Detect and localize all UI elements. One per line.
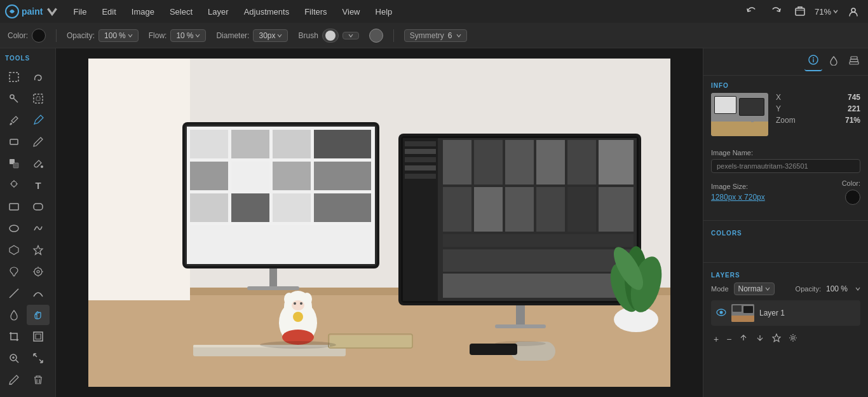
brush-preview[interactable] <box>369 29 383 43</box>
app-logo[interactable]: paint <box>5 4 59 18</box>
app-name: paint <box>22 6 43 17</box>
star-tool[interactable] <box>27 240 50 260</box>
lasso-poly-tool[interactable] <box>27 88 50 109</box>
pencil-tool[interactable] <box>27 132 50 152</box>
svg-rect-49 <box>273 162 311 190</box>
redo-button[interactable] <box>766 3 785 20</box>
x-label: X <box>776 93 781 102</box>
svg-rect-65 <box>405 165 436 171</box>
image-name-input[interactable] <box>711 159 860 173</box>
color-swatch[interactable] <box>32 29 46 43</box>
paintbucket-tool[interactable] <box>27 153 50 174</box>
freeform-tool[interactable] <box>27 218 50 239</box>
text-tool[interactable]: T <box>27 175 50 195</box>
drop-tool[interactable] <box>3 305 25 325</box>
zoom-value: 71% <box>815 7 831 17</box>
pen2-tool[interactable] <box>3 370 25 390</box>
menu-image[interactable]: Image <box>125 4 161 19</box>
svg-rect-51 <box>190 193 228 222</box>
polygon-tool[interactable] <box>3 240 25 260</box>
trash-tool[interactable] <box>27 370 50 390</box>
flow-value-btn[interactable]: 10 % <box>170 29 206 42</box>
menu-select[interactable]: Select <box>163 4 199 19</box>
move-up-button[interactable] <box>736 332 750 345</box>
y-value: 221 <box>848 104 860 113</box>
menubar: paint File Edit Image Select Layer Adjus… <box>0 0 868 23</box>
fill-tool[interactable] <box>3 153 25 174</box>
svg-marker-20 <box>10 246 18 254</box>
open-button[interactable] <box>790 3 810 20</box>
undo-button[interactable] <box>742 3 761 20</box>
water-tab[interactable] <box>825 53 843 71</box>
color-swatch-info[interactable] <box>845 190 860 205</box>
svg-rect-43 <box>190 130 228 158</box>
svg-rect-63 <box>405 149 436 154</box>
layers-section: Mode Normal Opacity: 100 % <box>703 282 868 356</box>
profile-button[interactable] <box>844 3 863 20</box>
crop-tool[interactable] <box>3 326 25 347</box>
canvas-area[interactable] <box>56 48 703 397</box>
flow-unit: % <box>187 31 194 40</box>
svg-rect-82 <box>443 274 634 298</box>
layers-tab[interactable] <box>845 53 863 71</box>
flow-group: Flow: 10 % <box>149 29 207 42</box>
line-tool[interactable] <box>3 283 25 303</box>
frame-tool[interactable] <box>27 326 50 347</box>
eraser-tool[interactable] <box>3 132 25 152</box>
menu-layer[interactable]: Layer <box>201 4 235 19</box>
settings-layer-button[interactable] <box>786 332 800 345</box>
opacity-value-btn[interactable]: 100 % <box>98 29 139 42</box>
svg-rect-79 <box>599 187 634 232</box>
zoom-tool[interactable] <box>3 348 25 368</box>
mode-select[interactable]: Normal <box>734 282 775 295</box>
divider-colors <box>703 220 868 221</box>
svg-rect-57 <box>247 286 299 290</box>
clone-stamp-tool[interactable] <box>3 175 25 195</box>
opacity-label: Opacity: <box>67 31 95 40</box>
image-name-label: Image Name: <box>711 149 860 173</box>
custom-shape-tool[interactable] <box>3 261 25 282</box>
info-thumbnail <box>711 93 768 136</box>
brush-options-btn[interactable] <box>342 32 359 39</box>
remove-layer-button[interactable]: − <box>724 332 734 345</box>
menu-edit[interactable]: Edit <box>95 4 122 19</box>
image-size-value[interactable]: 1280px x 720px <box>711 193 765 202</box>
magic-wand-tool[interactable] <box>3 88 25 109</box>
marquee-rect-tool[interactable] <box>3 67 25 87</box>
size-color-row: Image Size: 1280px x 720px Color: <box>711 179 860 205</box>
svg-rect-30 <box>36 334 41 339</box>
curve-tool[interactable] <box>27 283 50 303</box>
brush-toggle[interactable] <box>322 29 339 43</box>
round-rect-tool[interactable] <box>27 197 50 217</box>
expand-tool[interactable] <box>27 348 50 368</box>
target-tool[interactable] <box>27 261 50 282</box>
menu-view[interactable]: View <box>336 4 367 19</box>
ellipse-tool[interactable] <box>3 218 25 239</box>
symmetry-label: Symmetry <box>410 31 444 40</box>
color-label: Color: <box>8 31 28 40</box>
info-tab[interactable] <box>804 52 822 71</box>
canvas-image[interactable] <box>88 59 670 387</box>
hand-tool[interactable] <box>27 305 50 325</box>
svg-rect-120 <box>724 114 726 122</box>
diameter-value-btn[interactable]: 30px <box>253 29 288 42</box>
rect-shape-tool[interactable] <box>3 197 25 217</box>
menu-filters[interactable]: Filters <box>298 4 333 19</box>
move-down-button[interactable] <box>753 332 767 345</box>
lasso-tool[interactable] <box>27 67 50 87</box>
layer-visibility-toggle[interactable] <box>716 307 726 319</box>
eyedropper-tool[interactable] <box>3 110 25 130</box>
layer-1-thumbnail <box>731 304 754 322</box>
layers-mode-row: Mode Normal Opacity: 100 % <box>711 282 860 295</box>
menu-adjustments[interactable]: Adjustments <box>238 4 296 19</box>
svg-rect-61 <box>403 138 438 301</box>
pen-tool[interactable] <box>27 110 50 130</box>
menu-file[interactable]: File <box>67 4 93 19</box>
divider-2 <box>393 29 394 42</box>
zoom-display[interactable]: 71% <box>815 7 839 17</box>
svg-point-110 <box>813 57 814 59</box>
image-size-label: Image Size: <box>711 183 765 190</box>
add-layer-button[interactable]: + <box>711 332 721 345</box>
menu-help[interactable]: Help <box>369 4 399 19</box>
star-layer-button[interactable] <box>770 332 783 345</box>
